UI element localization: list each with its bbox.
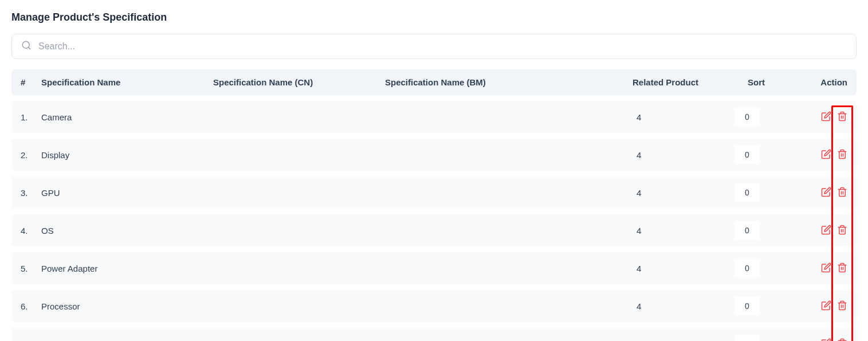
row-related-product: 4 (601, 301, 698, 311)
row-spec-name: OS (41, 226, 213, 236)
edit-button[interactable] (821, 300, 831, 312)
sort-input[interactable] (734, 108, 760, 126)
edit-icon (821, 149, 831, 161)
table-row: 5.Power Adapter4 (11, 252, 857, 284)
row-related-product: 4 (601, 112, 698, 122)
row-spec-name: Processor (41, 301, 213, 311)
table-row: 2.Display4 (11, 139, 857, 171)
row-related-product: 4 (601, 339, 698, 342)
trash-icon (837, 187, 847, 199)
search-icon (21, 40, 32, 53)
row-index: 3. (21, 188, 41, 198)
delete-button[interactable] (837, 149, 847, 161)
row-index: 5. (21, 264, 41, 273)
col-header-name: Specification Name (41, 77, 213, 87)
edit-button[interactable] (821, 149, 831, 161)
row-index: 6. (21, 301, 41, 311)
edit-icon (821, 338, 831, 342)
delete-button[interactable] (837, 262, 847, 275)
svg-line-1 (28, 47, 30, 49)
edit-icon (821, 262, 831, 275)
row-spec-name: Camera (41, 112, 213, 122)
col-header-index: # (21, 77, 41, 87)
row-spec-name: Power Adapter (41, 264, 213, 273)
sort-input[interactable] (734, 259, 760, 277)
row-related-product: 4 (601, 188, 698, 198)
edit-icon (821, 187, 831, 199)
trash-icon (837, 149, 847, 161)
table-row: 4.OS4 (11, 214, 857, 246)
table-row: 1.Camera4 (11, 101, 857, 133)
sort-input[interactable] (734, 335, 760, 341)
delete-button[interactable] (837, 225, 847, 237)
edit-icon (821, 225, 831, 237)
edit-button[interactable] (821, 187, 831, 199)
delete-button[interactable] (837, 111, 847, 123)
edit-button[interactable] (821, 111, 831, 123)
delete-button[interactable] (837, 300, 847, 312)
edit-icon (821, 300, 831, 312)
search-input[interactable] (38, 41, 847, 52)
trash-icon (837, 262, 847, 275)
delete-button[interactable] (837, 338, 847, 342)
table-row: 3.GPU4 (11, 177, 857, 209)
row-spec-name: RAM (41, 339, 213, 342)
trash-icon (837, 338, 847, 342)
sort-input[interactable] (734, 183, 760, 202)
row-related-product: 4 (601, 264, 698, 273)
sort-input[interactable] (734, 221, 760, 240)
page-title: Manage Product's Specification (11, 11, 857, 23)
table-row: 6.Processor4 (11, 290, 857, 322)
edit-icon (821, 111, 831, 123)
search-container (11, 34, 857, 59)
row-spec-name: Display (41, 150, 213, 160)
edit-button[interactable] (821, 225, 831, 237)
sort-input[interactable] (734, 146, 760, 164)
row-index: 1. (21, 112, 41, 122)
specification-table: # Specification Name Specification Name … (11, 69, 857, 341)
table-row: 7.RAM4 (11, 328, 857, 341)
delete-button[interactable] (837, 187, 847, 199)
trash-icon (837, 111, 847, 123)
trash-icon (837, 300, 847, 312)
row-spec-name: GPU (41, 188, 213, 198)
col-header-name-bm: Specification Name (BM) (385, 77, 601, 87)
row-index: 7. (21, 339, 41, 342)
edit-button[interactable] (821, 338, 831, 342)
row-related-product: 4 (601, 150, 698, 160)
edit-button[interactable] (821, 262, 831, 275)
sort-input[interactable] (734, 297, 760, 315)
row-index: 4. (21, 226, 41, 236)
row-index: 2. (21, 150, 41, 160)
col-header-related: Related Product (601, 77, 698, 87)
trash-icon (837, 225, 847, 237)
col-header-action: Action (796, 77, 847, 87)
col-header-name-cn: Specification Name (CN) (213, 77, 385, 87)
table-header: # Specification Name Specification Name … (11, 69, 857, 95)
col-header-sort: Sort (698, 77, 796, 87)
row-related-product: 4 (601, 226, 698, 236)
